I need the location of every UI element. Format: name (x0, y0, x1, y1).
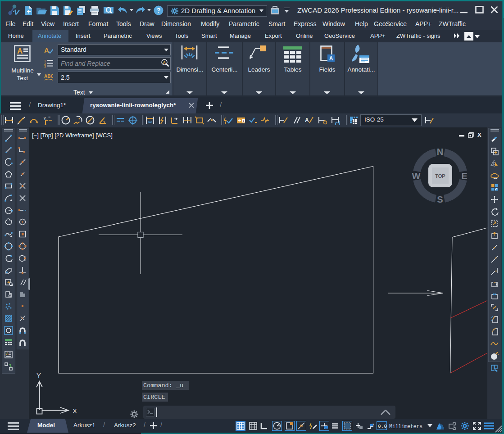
svg-text:A: A (163, 60, 166, 65)
svg-text:TOP: TOP (435, 173, 445, 179)
svg-text:=: = (48, 115, 50, 119)
svg-text:A: A (329, 55, 333, 62)
svg-text:A: A (44, 46, 49, 54)
svg-text:A: A (305, 117, 309, 123)
svg-text:?: ? (157, 7, 161, 14)
svg-text:y,: y, (44, 116, 46, 120)
svg-text:ABC: ABC (44, 74, 53, 79)
svg-text:E: E (461, 171, 467, 181)
svg-text:A: A (6, 352, 9, 356)
svg-text:Y: Y (36, 371, 41, 379)
svg-text:N: N (437, 147, 443, 157)
svg-text:S: S (437, 194, 443, 204)
svg-text:3: 3 (44, 65, 46, 68)
svg-text:X: X (73, 407, 77, 415)
svg-text:W: W (412, 171, 421, 181)
svg-text:1: 1 (242, 119, 245, 123)
svg-text:A: A (17, 47, 23, 55)
